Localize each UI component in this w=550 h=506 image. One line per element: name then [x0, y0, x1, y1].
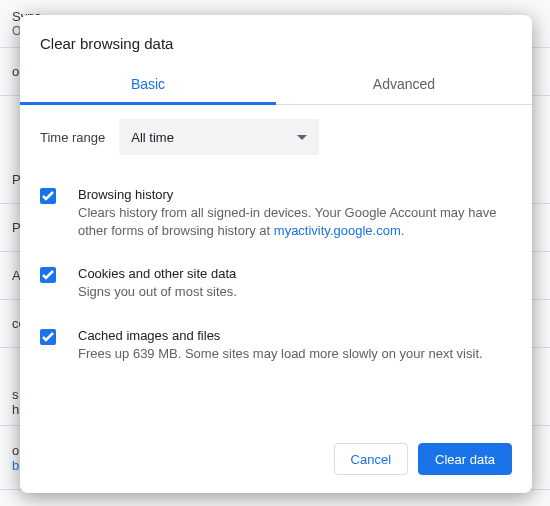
tabs: Basic Advanced — [20, 64, 532, 105]
option-text: Cookies and other site data Signs you ou… — [78, 266, 512, 301]
checkbox-cookies[interactable] — [40, 267, 56, 283]
option-text: Browsing history Clears history from all… — [78, 187, 512, 240]
option-desc: Clears history from all signed-in device… — [78, 204, 512, 240]
option-title: Cookies and other site data — [78, 266, 512, 281]
dialog-footer: Cancel Clear data — [20, 429, 532, 493]
dialog-title: Clear browsing data — [20, 15, 532, 64]
option-title: Browsing history — [78, 187, 512, 202]
clear-data-button[interactable]: Clear data — [418, 443, 512, 475]
option-desc: Frees up 639 MB. Some sites may load mor… — [78, 345, 512, 363]
tab-advanced[interactable]: Advanced — [276, 64, 532, 104]
tab-basic[interactable]: Basic — [20, 64, 276, 104]
myactivity-link[interactable]: myactivity.google.com — [274, 223, 401, 238]
chevron-down-icon — [297, 135, 307, 140]
option-text: Cached images and files Frees up 639 MB.… — [78, 328, 512, 363]
option-cache: Cached images and files Frees up 639 MB.… — [40, 320, 512, 381]
time-range-select[interactable]: All time — [119, 119, 319, 155]
clear-browsing-data-dialog: Clear browsing data Basic Advanced Time … — [20, 15, 532, 493]
cancel-button[interactable]: Cancel — [334, 443, 408, 475]
checkbox-cache[interactable] — [40, 329, 56, 345]
dialog-content: Time range All time Browsing history Cle… — [20, 105, 532, 429]
time-range-row: Time range All time — [40, 119, 512, 155]
option-cookies: Cookies and other site data Signs you ou… — [40, 258, 512, 319]
time-range-value: All time — [131, 130, 174, 145]
option-title: Cached images and files — [78, 328, 512, 343]
option-browsing-history: Browsing history Clears history from all… — [40, 179, 512, 258]
check-icon — [42, 270, 54, 280]
check-icon — [42, 191, 54, 201]
checkbox-browsing-history[interactable] — [40, 188, 56, 204]
time-range-label: Time range — [40, 130, 105, 145]
option-desc: Signs you out of most sites. — [78, 283, 512, 301]
check-icon — [42, 332, 54, 342]
